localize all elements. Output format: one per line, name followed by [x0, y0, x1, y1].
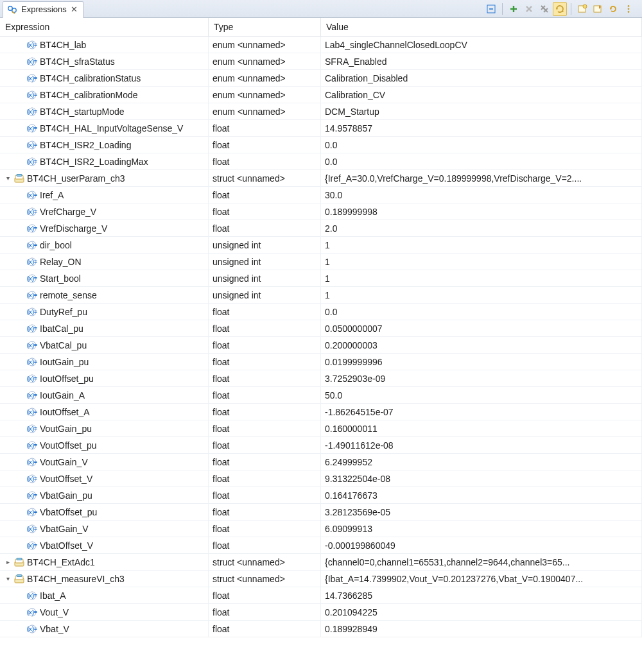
- twisty-collapsed-icon[interactable]: ▸: [4, 558, 12, 565]
- variable-icon: [27, 624, 37, 634]
- expression-name: Relay_ON: [40, 257, 82, 267]
- expression-cell[interactable]: ▸VrefCharge_V: [0, 203, 209, 220]
- expression-cell[interactable]: ▸IoutGain_pu: [0, 354, 209, 370]
- expression-cell[interactable]: ▸IoutGain_A: [0, 387, 209, 404]
- value-cell[interactable]: SFRA_Enabled: [321, 53, 642, 70]
- remove-all-button[interactable]: [537, 2, 551, 16]
- expression-cell[interactable]: ▸BT4CH_ISR2_LoadingMax: [0, 153, 209, 170]
- value-cell[interactable]: 0.164176673: [321, 487, 642, 504]
- pin-view-button[interactable]: [591, 2, 605, 16]
- expression-cell[interactable]: ▸DutyRef_pu: [0, 304, 209, 320]
- struct-icon: [14, 574, 24, 584]
- expression-cell[interactable]: ▸BT4CH_calibrationMode: [0, 87, 209, 103]
- expression-cell[interactable]: ▸BT4CH_calibrationStatus: [0, 70, 209, 87]
- expression-cell[interactable]: ▾BT4CH_userParam_ch3: [0, 170, 209, 187]
- value-cell[interactable]: {Iref_A=30.0,VrefCharge_V=0.189999998,Vr…: [321, 170, 642, 187]
- value-cell[interactable]: 2.0: [321, 220, 642, 237]
- continuous-refresh-button[interactable]: [553, 2, 567, 16]
- value-cell[interactable]: 0.201094225: [321, 604, 642, 621]
- expression-cell[interactable]: ▸IbatCal_pu: [0, 320, 209, 337]
- value-cell[interactable]: 0.189999998: [321, 203, 642, 220]
- twisty-expanded-icon[interactable]: ▾: [4, 575, 12, 582]
- value-cell[interactable]: 3.28123569e-05: [321, 504, 642, 521]
- expression-cell[interactable]: ▸VbatGain_V: [0, 521, 209, 537]
- expression-cell[interactable]: ▸VoutOffset_pu: [0, 437, 209, 454]
- value-cell[interactable]: 30.0: [321, 187, 642, 203]
- expression-cell[interactable]: ▸BT4CH_ISR2_Loading: [0, 137, 209, 153]
- expression-name: VbatOffset_V: [40, 540, 93, 551]
- expression-cell[interactable]: ▸BT4CH_sfraStatus: [0, 53, 209, 70]
- expression-cell[interactable]: ▸BT4CH_HAL_InputVoltageSense_V: [0, 120, 209, 137]
- expression-cell[interactable]: ▸VbatOffset_pu: [0, 504, 209, 521]
- expression-cell[interactable]: ▸VbatCal_pu: [0, 337, 209, 354]
- new-tab-button[interactable]: [575, 2, 589, 16]
- expression-cell[interactable]: ▸IoutOffset_pu: [0, 370, 209, 387]
- value-cell[interactable]: Calibration_Disabled: [321, 70, 642, 87]
- value-cell[interactable]: DCM_Startup: [321, 103, 642, 120]
- value-cell[interactable]: 1: [321, 270, 642, 287]
- value-cell[interactable]: 0.0199999996: [321, 354, 642, 370]
- expression-cell[interactable]: ▸VbatOffset_V: [0, 537, 209, 554]
- type-cell: enum <unnamed>: [209, 37, 321, 53]
- value-cell[interactable]: 0.189928949: [321, 621, 642, 637]
- remove-expression-button[interactable]: [522, 2, 536, 16]
- value-cell[interactable]: 0.0: [321, 137, 642, 153]
- value-cell[interactable]: 0.0: [321, 304, 642, 320]
- expression-cell[interactable]: ▸Relay_ON: [0, 254, 209, 270]
- value-cell[interactable]: 6.09099913: [321, 521, 642, 537]
- expression-cell[interactable]: ▸IoutOffset_A: [0, 404, 209, 420]
- value-cell[interactable]: Calibration_CV: [321, 87, 642, 103]
- value-cell[interactable]: 50.0: [321, 387, 642, 404]
- collapse-all-button[interactable]: [484, 2, 498, 16]
- value-cell[interactable]: 3.7252903e-09: [321, 370, 642, 387]
- expression-cell[interactable]: ▸VoutOffset_V: [0, 470, 209, 487]
- add-expression-button[interactable]: [507, 2, 521, 16]
- view-menu-button[interactable]: [621, 2, 636, 16]
- col-header-value[interactable]: Value: [321, 18, 642, 37]
- type-cell: float: [209, 153, 321, 170]
- expression-cell[interactable]: ▸VoutGain_V: [0, 454, 209, 470]
- expression-cell[interactable]: ▸VbatGain_pu: [0, 487, 209, 504]
- expression-cell[interactable]: ▸VoutGain_pu: [0, 420, 209, 437]
- struct-icon: [14, 557, 24, 567]
- value-cell[interactable]: 0.160000011: [321, 420, 642, 437]
- expression-cell[interactable]: ▸BT4CH_lab: [0, 37, 209, 53]
- variable-icon: [27, 357, 37, 367]
- expression-cell[interactable]: ▸Ibat_A: [0, 587, 209, 604]
- expression-cell[interactable]: ▸BT4CH_ExtAdc1: [0, 554, 209, 571]
- expression-cell[interactable]: ▾BT4CH_measureVI_ch3: [0, 571, 209, 587]
- value-cell[interactable]: 1: [321, 254, 642, 270]
- expression-cell[interactable]: ▸Start_bool: [0, 270, 209, 287]
- refresh-button[interactable]: [606, 2, 620, 16]
- close-icon[interactable]: ✕: [71, 4, 78, 14]
- value-cell[interactable]: 9.31322504e-08: [321, 470, 642, 487]
- variable-icon: [27, 123, 37, 134]
- twisty-expanded-icon[interactable]: ▾: [4, 175, 12, 182]
- expression-cell[interactable]: ▸VrefDischarge_V: [0, 220, 209, 237]
- expression-cell[interactable]: ▸Iref_A: [0, 187, 209, 203]
- value-cell[interactable]: 6.24999952: [321, 454, 642, 470]
- value-cell[interactable]: 0.0500000007: [321, 320, 642, 337]
- expression-cell[interactable]: ▸dir_bool: [0, 237, 209, 254]
- value-cell[interactable]: 1: [321, 237, 642, 254]
- value-cell[interactable]: 1: [321, 287, 642, 304]
- col-header-expression[interactable]: Expression: [0, 18, 209, 37]
- value-cell[interactable]: -0.000199860049: [321, 537, 642, 554]
- value-cell[interactable]: Lab4_singleChannelClosedLoopCV: [321, 37, 642, 53]
- type-cell: float: [209, 420, 321, 437]
- value-cell[interactable]: {channel0=0,channel1=65531,channel2=9644…: [321, 554, 642, 571]
- expression-cell[interactable]: ▸BT4CH_startupMode: [0, 103, 209, 120]
- col-header-type[interactable]: Type: [209, 18, 321, 37]
- value-cell[interactable]: {Ibat_A=14.7399902,Vout_V=0.201237276,Vb…: [321, 571, 642, 587]
- variable-icon: [27, 390, 37, 401]
- value-cell[interactable]: -1.49011612e-08: [321, 437, 642, 454]
- expression-cell[interactable]: ▸remote_sense: [0, 287, 209, 304]
- value-cell[interactable]: 0.200000003: [321, 337, 642, 354]
- value-cell[interactable]: 14.7366285: [321, 587, 642, 604]
- value-cell[interactable]: -1.86264515e-07: [321, 404, 642, 420]
- value-cell[interactable]: 0.0: [321, 153, 642, 170]
- tab-expressions[interactable]: Expressions ✕: [3, 1, 83, 18]
- value-cell[interactable]: 14.9578857: [321, 120, 642, 137]
- expression-cell[interactable]: ▸Vout_V: [0, 604, 209, 621]
- expression-cell[interactable]: ▸Vbat_V: [0, 621, 209, 637]
